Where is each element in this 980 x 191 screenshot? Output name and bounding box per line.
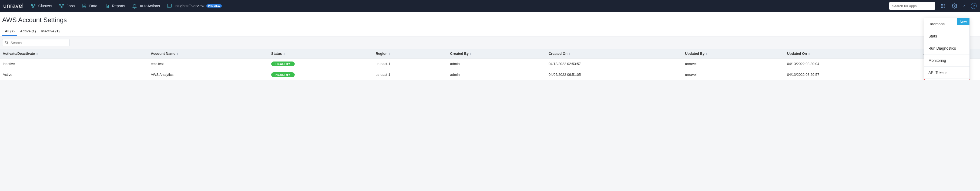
tab-inactive[interactable]: Inactive (1) [39, 27, 62, 36]
reports-icon [104, 3, 110, 9]
svg-point-6 [83, 4, 86, 5]
cell-status: HEALTHY [269, 58, 373, 69]
dropdown-api-tokens[interactable]: API Tokens [924, 66, 969, 79]
settings-dropdown: New Daemons Stats Run Diagnostics Monito… [924, 18, 970, 80]
svg-point-2 [32, 6, 34, 8]
cell-updated-by: unravel [682, 58, 784, 69]
nav-label: Reports [112, 4, 125, 8]
brand-logo: unravel [3, 2, 24, 9]
svg-rect-10 [944, 4, 945, 5]
sort-icon: ▲▼ [36, 53, 38, 55]
status-badge: HEALTHY [271, 72, 295, 77]
sort-icon: ▲▼ [569, 53, 571, 55]
new-button[interactable]: New [957, 18, 969, 25]
svg-rect-7 [167, 4, 171, 7]
tab-all[interactable]: All (2) [2, 27, 17, 36]
table-row: ActiveAWS AnalyticsHEALTHYus-east-1admin… [0, 69, 980, 80]
cell-account: AWS Analytics [148, 69, 269, 80]
cell-created-by: admin [447, 58, 546, 69]
status-badge: HEALTHY [271, 62, 295, 66]
table-row: Inactiveemr-testHEALTHYus-east-1admin04/… [0, 58, 980, 69]
nav-clusters[interactable]: Clusters [30, 3, 52, 9]
gear-icon[interactable] [950, 2, 959, 10]
data-icon [81, 3, 87, 9]
nav-label: Jobs [67, 4, 75, 8]
col-created-on[interactable]: Created On▲▼ [546, 49, 682, 58]
col-updated-on[interactable]: Updated On▲▼ [784, 49, 921, 58]
nav-label: AutoActions [140, 4, 160, 8]
cell-activate: Inactive [0, 58, 148, 69]
cell-updated-on: 04/13/2022 03:30:04 [784, 58, 921, 69]
clusters-icon [30, 3, 36, 9]
nav-data[interactable]: Data [81, 3, 97, 9]
cell-created-by: admin [447, 69, 546, 80]
sort-icon: ▲▼ [177, 53, 178, 55]
cell-account: emr-test [148, 58, 269, 69]
svg-rect-13 [944, 6, 945, 6]
svg-point-17 [954, 5, 955, 7]
bell-icon [132, 3, 137, 9]
dropdown-stats[interactable]: Stats [924, 30, 969, 43]
nav-label: Insights Overview [175, 4, 204, 8]
insights-icon [166, 3, 172, 9]
help-icon[interactable]: ? [971, 3, 977, 9]
nav-right: ? [889, 2, 977, 10]
cell-created-on: 04/13/2022 02:53:57 [546, 58, 682, 69]
dropdown-aws-account-settings[interactable]: AWS Account Settings [924, 79, 969, 80]
col-account-name[interactable]: Account Name▲▼ [148, 49, 269, 58]
nav-label: Clusters [38, 4, 52, 8]
nav-reports[interactable]: Reports [104, 3, 125, 9]
sort-icon: ▲▼ [389, 53, 391, 55]
svg-rect-9 [942, 4, 943, 5]
cell-region: us-east-1 [373, 69, 448, 80]
cell-region: us-east-1 [373, 58, 448, 69]
cell-updated-on: 04/13/2022 03:29:57 [784, 69, 921, 80]
svg-rect-15 [942, 7, 943, 8]
cell-created-on: 04/06/2022 06:51:05 [546, 69, 682, 80]
col-activate[interactable]: Activate/Deactivate▲▼ [0, 49, 148, 58]
svg-point-18 [5, 41, 8, 43]
search-apps-input[interactable] [892, 4, 932, 8]
svg-rect-5 [61, 7, 62, 8]
cell-updated-by: unravel [682, 69, 784, 80]
search-apps[interactable] [889, 2, 935, 10]
nav-insights[interactable]: Insights Overview PREVIEW [166, 3, 222, 9]
tabs-row: All (2) Active (1) Inactive (1) [0, 27, 980, 36]
apps-grid-icon[interactable] [939, 2, 947, 10]
sort-icon: ▲▼ [283, 53, 285, 55]
col-status[interactable]: Status▲▼ [269, 49, 373, 58]
chevron-up-icon[interactable] [962, 2, 966, 10]
nav-jobs[interactable]: Jobs [59, 3, 75, 9]
nav-autoactions[interactable]: AutoActions [132, 3, 160, 9]
svg-rect-11 [941, 6, 942, 6]
tab-active[interactable]: Active (1) [17, 27, 39, 36]
top-navbar: unravel Clusters Jobs Data Reports AutoA… [0, 0, 980, 12]
nav-items: Clusters Jobs Data Reports AutoActions I… [30, 3, 889, 9]
svg-rect-8 [941, 4, 942, 5]
cell-status: HEALTHY [269, 69, 373, 80]
dropdown-diagnostics[interactable]: Run Diagnostics [924, 43, 969, 55]
sort-icon: ▲▼ [470, 53, 472, 55]
col-updated-by[interactable]: Updated By▲▼ [682, 49, 784, 58]
accounts-table: Activate/Deactivate▲▼ Account Name▲▼ Sta… [0, 49, 980, 80]
svg-rect-4 [62, 4, 64, 5]
cell-activate: Active [0, 69, 148, 80]
filter-search-input[interactable] [11, 41, 67, 45]
page-title: AWS Account Settings [0, 12, 980, 27]
svg-rect-16 [944, 7, 945, 8]
svg-rect-14 [941, 7, 942, 8]
preview-badge: PREVIEW [206, 4, 222, 8]
sort-icon: ▲▼ [706, 53, 708, 55]
dropdown-monitoring[interactable]: Monitoring [924, 55, 969, 66]
svg-rect-12 [942, 6, 943, 6]
jobs-icon [59, 3, 65, 9]
svg-rect-3 [60, 4, 61, 5]
sort-icon: ▲▼ [808, 53, 810, 55]
col-region[interactable]: Region▲▼ [373, 49, 448, 58]
filter-row [0, 36, 980, 49]
search-icon [5, 41, 9, 45]
nav-label: Data [89, 4, 97, 8]
col-created-by[interactable]: Created By▲▼ [447, 49, 546, 58]
filter-search[interactable] [2, 39, 70, 46]
table-header-row: Activate/Deactivate▲▼ Account Name▲▼ Sta… [0, 49, 980, 58]
